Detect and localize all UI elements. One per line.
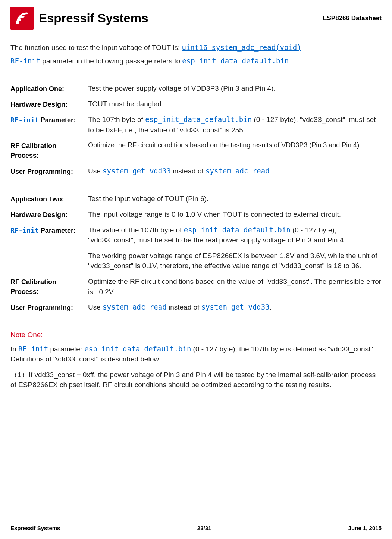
row-label: User Programming:: [10, 302, 85, 313]
row-value: Optimize the RF circuit conditions based…: [88, 140, 382, 150]
note-text: parameter: [48, 345, 84, 353]
table-row: Hardware Design: The input voltage range…: [10, 209, 382, 220]
espressif-logo-icon: [10, 7, 34, 30]
table-row: User Programming: Use system_adc_read in…: [10, 302, 382, 313]
intro-text: The function used to test the input volt…: [10, 44, 182, 51]
row-label: Hardware Design:: [10, 99, 85, 109]
row-label: RF-init Parameter:: [10, 115, 85, 125]
value-code: system_adc_read: [103, 303, 167, 311]
intro-line-2: RF-init parameter in the following passa…: [10, 56, 382, 66]
note-body: In RF_init parameter esp_init_data_defau…: [10, 344, 382, 390]
svg-point-0: [16, 21, 19, 24]
row-value: TOUT must be dangled.: [88, 99, 382, 109]
document-title: ESP8266 Datasheet: [323, 14, 382, 23]
intro-code-rfinit: RF-init: [10, 57, 40, 65]
row-value: Use system_adc_read instead of system_ge…: [88, 302, 382, 313]
row-value: The input voltage range is 0 to 1.0 V wh…: [88, 209, 382, 220]
label-code: RF-init: [10, 226, 39, 234]
value-text: The working power voltage range of ESP82…: [88, 251, 382, 271]
note-code: esp_init_data_default.bin: [84, 345, 191, 353]
value-code: system_get_vdd33: [103, 167, 171, 175]
row-value: The 107th byte of esp_init_data_default.…: [88, 115, 382, 135]
label-rest: Parameter:: [39, 227, 76, 234]
label-code: RF-init: [10, 116, 39, 124]
row-label: Application One:: [10, 83, 85, 94]
intro-code-initbin: esp_init_data_default.bin: [182, 57, 289, 65]
row-label: RF Calibration Process:: [10, 140, 85, 160]
footer-date: June 1, 2015: [348, 524, 382, 532]
value-text: The value of the 107th byte of: [88, 226, 184, 234]
table-row: RF-init Parameter: The value of the 107t…: [10, 225, 382, 271]
value-text: instead of: [171, 167, 206, 175]
table-row: RF Calibration Process: Optimize the RF …: [10, 140, 382, 160]
footer-page-number: 23/31: [197, 524, 211, 532]
brand-block: Espressif Systems: [10, 7, 148, 30]
table-row: Application Two: Test the input voltage …: [10, 194, 382, 204]
table-row: Hardware Design: TOUT must be dangled.: [10, 99, 382, 109]
row-label: Application Two:: [10, 194, 85, 204]
intro-line-1: The function used to test the input volt…: [10, 43, 382, 53]
row-value: Optimize the RF circuit conditions based…: [88, 276, 382, 297]
value-code: system_adc_read: [206, 167, 270, 175]
value-text: The 107th byte of: [88, 116, 145, 123]
value-text: .: [270, 167, 272, 175]
row-label: RF Calibration Process:: [10, 276, 85, 297]
value-text: instead of: [167, 303, 201, 311]
value-text: Use: [88, 303, 103, 311]
table-row: User Programming: Use system_get_vdd33 i…: [10, 166, 382, 176]
note-paragraph: In RF_init parameter esp_init_data_defau…: [10, 344, 382, 364]
footer-left: Espressif Systems: [10, 524, 60, 532]
document-header: Espressif Systems ESP8266 Datasheet: [10, 7, 382, 30]
row-value: The value of the 107th byte of esp_init_…: [88, 225, 382, 271]
table-row: Application One: Test the power supply v…: [10, 83, 382, 94]
page-footer: Espressif Systems 23/31 June 1, 2015: [10, 524, 382, 532]
application-two-block: Application Two: Test the input voltage …: [10, 194, 382, 313]
value-code: esp_init_data_default.bin: [184, 226, 291, 234]
intro-code-adc-read: uint16 system_adc_read(void): [182, 43, 301, 51]
note-text: In: [10, 345, 18, 353]
value-text: Use: [88, 167, 103, 175]
value-code: esp_init_data_default.bin: [145, 115, 252, 123]
brand-name: Espressif Systems: [39, 9, 148, 27]
label-rest: Parameter:: [39, 116, 76, 124]
row-value: Test the power supply voltage of VDD3P3 …: [88, 83, 382, 94]
value-text: .: [270, 303, 272, 311]
table-row: RF-init Parameter: The 107th byte of esp…: [10, 115, 382, 135]
value-code: system_get_vdd33: [201, 303, 270, 311]
row-label: Hardware Design:: [10, 209, 85, 220]
application-one-block: Application One: Test the power supply v…: [10, 83, 382, 176]
note-paragraph: （1）If vdd33_const = 0xff, the power volt…: [10, 370, 382, 390]
row-label: RF-init Parameter:: [10, 225, 85, 235]
intro-text: parameter in the following passage refer…: [40, 57, 182, 65]
note-code: RF_init: [18, 345, 48, 353]
row-label: User Programming:: [10, 166, 85, 176]
table-row: RF Calibration Process: Optimize the RF …: [10, 276, 382, 297]
row-value: Test the input voltage of TOUT (Pin 6).: [88, 194, 382, 204]
row-value: Use system_get_vdd33 instead of system_a…: [88, 166, 382, 176]
note-heading: Note One:: [10, 330, 382, 340]
